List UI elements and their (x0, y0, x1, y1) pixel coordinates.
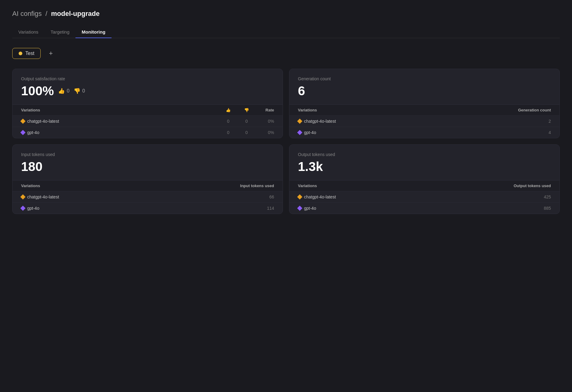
output-tokens-label: Output tokens used (298, 152, 551, 157)
variation-selector: Test + (12, 48, 560, 59)
output-tokens-table: Variations Output tokens used chatgpt-4o… (289, 180, 559, 214)
output-satisfaction-card: Output satisfaction rate 100% 👍 0 👎 0 Va… (12, 69, 283, 138)
diamond-icon-yellow (297, 194, 302, 200)
table-thumbup-icon: 👍 (226, 108, 231, 112)
thumbdown-icon: 👎 (74, 88, 80, 94)
table-row: gpt-4o 4 (289, 127, 559, 138)
thumbup-icon: 👍 (58, 88, 65, 94)
output-tokens-card: Output tokens used 1.3k Variations Outpu… (289, 144, 560, 214)
breadcrumb-prefix: AI configs (12, 10, 42, 17)
output-satisfaction-label: Output satisfaction rate (21, 76, 274, 81)
input-tokens-label: Input tokens used (21, 152, 274, 157)
table-row: chatgpt-4o-latest 0 0 0% (13, 115, 283, 127)
cards-grid: Output satisfaction rate 100% 👍 0 👎 0 Va… (12, 69, 560, 214)
generation-count-value: 6 (298, 84, 551, 98)
diamond-icon-purple (297, 130, 302, 135)
diamond-icon-yellow (20, 194, 26, 200)
diamond-icon-purple (297, 206, 302, 211)
generation-count-table: Variations Generation count chatgpt-4o-l… (289, 104, 559, 138)
thumbdown-info: 👎 0 (74, 88, 85, 94)
tab-variations[interactable]: Variations (12, 26, 45, 38)
table-row: chatgpt-4o-latest 425 (289, 191, 559, 202)
variation-pill-test[interactable]: Test (12, 48, 41, 59)
breadcrumb: AI configs / model-upgrade (12, 10, 560, 18)
variation-dot (19, 52, 22, 55)
tab-monitoring[interactable]: Monitoring (75, 26, 111, 38)
table-row: gpt-4o 0 0 0% (13, 127, 283, 138)
diamond-icon-yellow (20, 119, 26, 124)
table-row: gpt-4o 114 (13, 202, 283, 214)
generation-count-label: Generation count (298, 76, 551, 81)
output-satisfaction-table: Variations 👍 👎 Rate chatgpt-4o-latest 0 (13, 104, 283, 138)
variation-label: Test (25, 51, 34, 56)
breadcrumb-sep: / (46, 10, 47, 17)
output-tokens-value: 1.3k (298, 159, 551, 174)
input-tokens-card: Input tokens used 180 Variations Input t… (12, 144, 283, 214)
generation-count-card: Generation count 6 Variations Generation… (289, 69, 560, 138)
tabs: Variations Targeting Monitoring (12, 26, 560, 38)
diamond-icon-purple (20, 130, 26, 135)
tab-targeting[interactable]: Targeting (45, 26, 76, 38)
thumbup-info: 👍 0 (58, 88, 69, 94)
table-row: chatgpt-4o-latest 66 (13, 191, 283, 202)
table-thumbdown-icon: 👎 (244, 108, 249, 112)
output-satisfaction-value: 100% 👍 0 👎 0 (21, 84, 274, 98)
table-row: chatgpt-4o-latest 2 (289, 115, 559, 127)
add-variation-button[interactable]: + (46, 48, 56, 59)
input-tokens-table: Variations Input tokens used chatgpt-4o-… (13, 180, 283, 214)
table-row: gpt-4o 885 (289, 202, 559, 214)
input-tokens-value: 180 (21, 159, 274, 174)
diamond-icon-purple (20, 206, 26, 211)
breadcrumb-current: model-upgrade (51, 10, 100, 17)
diamond-icon-yellow (297, 119, 302, 124)
